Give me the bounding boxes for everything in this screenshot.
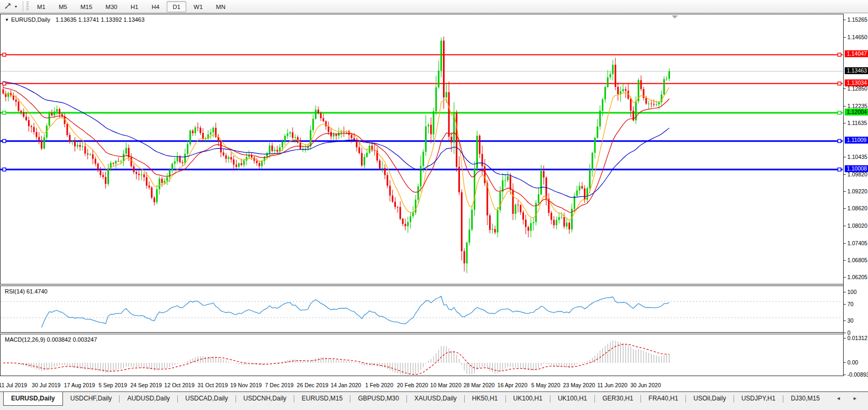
macd-label: MACD(12,26,9) 0.003842 0.003247: [5, 336, 97, 343]
price-axis-label: 1.06805: [847, 257, 867, 263]
price-axis-tick: [844, 277, 846, 278]
price-axis-label: 1.14650: [847, 34, 867, 40]
chart-tab-gbpusd-m30[interactable]: GBPUSD,M30: [350, 392, 406, 406]
chart-tab-bar: EURUSD,DailyUSDCHF,DailyAUDUSD,DailyUSDC…: [0, 391, 868, 410]
price-axis-tick: [844, 20, 846, 20]
crosshair-tool-icon: [4, 2, 12, 12]
price-axis-label: 1.10435: [847, 154, 867, 160]
medium-ema-line: [3, 87, 669, 212]
chart-tabs: EURUSD,DailyUSDCHF,DailyAUDUSD,DailyUSDC…: [0, 392, 868, 406]
date-axis-label: 31 Oct 2019: [197, 382, 228, 388]
date-axis-label: 11 Jun 2020: [597, 382, 627, 388]
chart-tab-hk50-h1[interactable]: HK50,H1: [465, 392, 505, 406]
tab-bar-footer: [0, 406, 868, 410]
chart-tab-ger30-h1[interactable]: GER30,H1: [595, 392, 640, 406]
rsi-line: [42, 296, 670, 327]
price-axis-tick: [844, 88, 846, 89]
chart-tab-usdcnh-daily[interactable]: USDCNH,Daily: [236, 392, 294, 406]
price-axis-tick: [844, 226, 846, 226]
date-axis-label: 28 Mar 2020: [464, 382, 495, 388]
level-price-badge: 1.10008: [845, 165, 868, 172]
timeframe-button-m30[interactable]: M30: [100, 1, 123, 12]
timeframe-button-w1[interactable]: W1: [188, 1, 209, 12]
macd-axis-tick: [844, 338, 846, 338]
tab-scroll-right-icon[interactable]: ►: [853, 396, 863, 401]
rsi-label: RSI(14) 61.4740: [5, 288, 48, 295]
chart-tab-xauusd-daily[interactable]: XAUUSD,Daily: [407, 392, 464, 406]
date-axis-label: 20 Feb 2020: [397, 382, 428, 388]
timeframe-toolbar: ▾ M1M5M15M30H1H4D1W1MN: [0, 0, 868, 13]
price-axis-label: 1.09220: [847, 188, 867, 194]
trading-terminal-window: ▾ M1M5M15M30H1H4D1W1MN ▼EURUSD,Daily1.13…: [0, 0, 868, 410]
timeframe-button-m15[interactable]: M15: [75, 1, 98, 12]
price-axis[interactable]: 1.152651.146501.128501.122351.116351.104…: [843, 14, 868, 376]
macd-histogram: [3, 341, 669, 375]
rsi-axis-label: 100: [847, 289, 857, 295]
date-axis-label: 24 Sep 2019: [130, 382, 162, 388]
macd-panel[interactable]: MACD(12,26,9) 0.003842 0.003247: [0, 334, 843, 376]
timeframe-button-m1[interactable]: M1: [31, 1, 51, 12]
date-axis-label: 23 May 2020: [563, 382, 595, 388]
macd-plot: [1, 334, 843, 376]
chart-shift-marker-icon[interactable]: [672, 15, 678, 19]
price-axis-tick: [844, 174, 846, 175]
chart-tab-audusd-daily[interactable]: AUDUSD,Daily: [120, 392, 177, 406]
chart-tab-usdcad-daily[interactable]: USDCAD,Daily: [178, 392, 236, 406]
timeframe-buttons: M1M5M15M30H1H4D1W1MN: [31, 1, 231, 12]
timeframe-button-mn[interactable]: MN: [210, 1, 231, 12]
rsi-axis-tick: [844, 320, 846, 321]
date-axis-label: 16 Apr 2020: [498, 382, 528, 388]
rsi-plot: [1, 286, 843, 332]
price-axis-tick: [844, 208, 846, 209]
chart-tab-uk100-h1[interactable]: UK100,H1: [506, 392, 550, 406]
current-price-badge: 1.13463: [845, 67, 868, 74]
cursor-tool-button[interactable]: ▾: [2, 2, 21, 12]
fast-ema-line: [3, 87, 669, 220]
date-axis-label: 1 Feb 2020: [365, 382, 393, 388]
chart-tab-usdjpy-h1[interactable]: USDJPY,H1: [734, 392, 783, 406]
date-axis-label: 12 Oct 2019: [164, 382, 194, 388]
chart-tab-eurusd-m15[interactable]: EURUSD,M15: [294, 392, 350, 406]
date-axis-label: 10 Mar 2020: [430, 382, 462, 388]
price-axis-label: 1.08020: [847, 222, 867, 229]
candlestick-chart[interactable]: [1, 14, 843, 284]
date-axis-label: 17 Aug 2019: [64, 382, 95, 388]
candlestick-series: [3, 37, 670, 273]
price-axis-tick: [844, 191, 846, 192]
chart-tab-usoil-daily[interactable]: USOil,Daily: [686, 392, 733, 406]
date-axis-label: 5 Sep 2019: [98, 382, 127, 388]
toolbar-drag-grip[interactable]: [26, 2, 29, 11]
date-axis-label: 7 Dec 2019: [265, 382, 294, 388]
macd-axis-label: 0.013121: [847, 335, 868, 341]
level-price-badge: 1.13034: [845, 79, 868, 86]
rsi-axis-tick: [844, 333, 846, 333]
chart-tab-uk100-h1[interactable]: UK100,H1: [550, 392, 594, 406]
chart-tab-eurusd-daily[interactable]: EURUSD,Daily: [3, 392, 63, 406]
chart-tab-fra40-h1[interactable]: FRA40,H1: [641, 392, 685, 406]
timeframe-button-h1[interactable]: H1: [125, 1, 144, 12]
chart-tab-usdchf-daily[interactable]: USDCHF,Daily: [63, 392, 120, 406]
timeframe-button-m5[interactable]: M5: [53, 1, 73, 12]
price-axis-label: 1.11635: [847, 120, 867, 126]
date-axis[interactable]: 11 Jul 201930 Jul 201917 Aug 20195 Sep 2…: [0, 376, 843, 391]
macd-axis-label: 0.00: [847, 359, 858, 366]
level-price-badge: 1.12004: [845, 109, 868, 115]
rsi-panel[interactable]: RSI(14) 61.4740: [0, 286, 843, 333]
tab-scroll-left-icon[interactable]: ◄: [836, 396, 846, 401]
date-axis-label: 19 Nov 2019: [230, 382, 262, 388]
chart-tab-dj30-m15[interactable]: DJ30,M15: [783, 392, 827, 406]
timeframe-button-d1[interactable]: D1: [167, 1, 186, 12]
price-axis-label: 1.12235: [847, 103, 867, 109]
collapse-triangle-icon[interactable]: ▼: [5, 17, 9, 22]
timeframe-button-h4[interactable]: H4: [146, 1, 165, 12]
rsi-axis-tick: [844, 304, 846, 305]
chart-ohlc-values: 1.13635 1.13741 1.13392 1.13463: [56, 16, 144, 23]
price-axis-label: 1.06205: [847, 274, 867, 280]
cursor-tool-dropdown-icon[interactable]: ▾: [13, 3, 19, 10]
macd-axis-tick: [844, 362, 846, 363]
date-axis-label: 30 Jun 2020: [630, 382, 661, 388]
main-chart-panel[interactable]: ▼EURUSD,Daily1.13635 1.13741 1.13392 1.1…: [0, 14, 843, 284]
price-axis-tick: [844, 123, 846, 123]
chart-title: ▼EURUSD,Daily1.13635 1.13741 1.13392 1.1…: [5, 16, 144, 23]
price-axis-label: 1.15265: [847, 16, 867, 23]
